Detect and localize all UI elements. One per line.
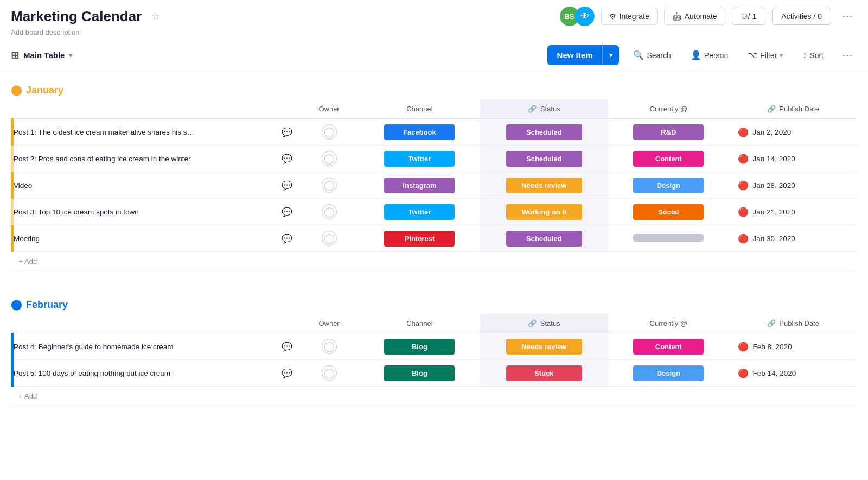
sort-icon: ↕: [802, 50, 807, 60]
activities-button[interactable]: Activities / 0: [772, 8, 831, 25]
status-badge[interactable]: Stuck: [506, 365, 582, 381]
status-cell[interactable]: Scheduled: [480, 146, 608, 172]
currently-badge[interactable]: Design: [633, 178, 704, 193]
status-badge[interactable]: Needs review: [506, 178, 582, 193]
status-badge[interactable]: Scheduled: [506, 151, 582, 167]
owner-avatar[interactable]: ◯: [322, 231, 337, 246]
channel-badge[interactable]: Twitter: [384, 151, 455, 167]
group-january-icon: ⬤: [11, 84, 22, 96]
owner-avatar[interactable]: ◯: [322, 151, 337, 166]
channel-cell[interactable]: Blog: [359, 360, 480, 387]
owner-cell[interactable]: ◯: [299, 360, 359, 387]
row-name-text: Post 1: The oldest ice cream maker alive…: [14, 128, 277, 136]
channel-cell[interactable]: Pinterest: [359, 225, 480, 252]
status-cell[interactable]: Working on it: [480, 199, 608, 225]
more-options-button[interactable]: ⋯: [838, 8, 857, 25]
filter-chevron-icon: ▾: [780, 52, 783, 59]
channel-badge[interactable]: Facebook: [384, 124, 455, 140]
board-title: Marketing Calendar: [11, 8, 142, 25]
status-cell[interactable]: Needs review: [480, 172, 608, 199]
new-item-button[interactable]: New Item ▾: [547, 45, 620, 65]
automate-button[interactable]: 🤖 Automate: [664, 8, 725, 25]
new-item-arrow-icon[interactable]: ▾: [602, 46, 619, 65]
status-badge[interactable]: Scheduled: [506, 231, 582, 247]
table-row: Video 💬 ◯InstagramNeeds reviewDesign 🔴 J…: [12, 172, 858, 199]
status-badge[interactable]: Scheduled: [506, 124, 582, 140]
currently-badge[interactable]: Content: [633, 339, 704, 355]
owner-avatar[interactable]: ◯: [322, 204, 337, 219]
currently-cell[interactable]: Design: [608, 360, 729, 387]
channel-badge[interactable]: Pinterest: [384, 231, 455, 247]
owner-avatar[interactable]: ◯: [322, 178, 337, 193]
publish-date-cell: 🔴 Jan 14, 2020: [729, 146, 857, 172]
comment-icon[interactable]: 💬: [282, 127, 292, 137]
integrate-button[interactable]: ⚙ Integrate: [601, 8, 658, 25]
owner-cell[interactable]: ◯: [299, 146, 359, 172]
status-link-icon-feb: 🔗: [528, 319, 537, 327]
filter-button[interactable]: ⌥ Filter ▾: [742, 47, 788, 64]
comment-icon[interactable]: 💬: [282, 180, 292, 191]
col-header-currently-feb: Currently @: [608, 314, 729, 333]
currently-badge[interactable]: R&D: [633, 124, 704, 140]
currently-badge[interactable]: Content: [633, 151, 704, 167]
status-cell[interactable]: Scheduled: [480, 119, 608, 146]
comment-icon[interactable]: 💬: [282, 154, 292, 164]
owner-cell[interactable]: ◯: [299, 119, 359, 146]
name-cell: Meeting 💬: [12, 225, 299, 252]
person-button[interactable]: 👤 Person: [685, 47, 733, 64]
top-bar: Marketing Calendar ☆ BS 👁 ⚙ Integrate 🤖 …: [0, 0, 868, 26]
channel-badge[interactable]: Blog: [384, 339, 455, 355]
owner-cell[interactable]: ◯: [299, 225, 359, 252]
channel-cell[interactable]: Facebook: [359, 119, 480, 146]
members-button[interactable]: ⚇/ 1: [732, 8, 766, 25]
currently-badge[interactable]: [633, 234, 704, 242]
comment-icon[interactable]: 💬: [282, 233, 292, 244]
currently-badge[interactable]: Social: [633, 204, 704, 220]
owner-cell[interactable]: ◯: [299, 172, 359, 199]
name-cell: Post 1: The oldest ice cream maker alive…: [12, 119, 299, 146]
comment-icon[interactable]: 💬: [282, 342, 292, 352]
toolbar-more-button[interactable]: ⋯: [838, 47, 857, 64]
channel-badge[interactable]: Instagram: [384, 178, 455, 193]
add-item-button[interactable]: + Add: [12, 252, 858, 271]
channel-badge[interactable]: Twitter: [384, 204, 455, 220]
status-cell[interactable]: Stuck: [480, 360, 608, 387]
table-selector[interactable]: ⊞ Main Table ▾: [11, 49, 72, 61]
group-january: ⬤ January Owner Channel 🔗 Status Current…: [0, 79, 868, 271]
add-item-button[interactable]: + Add: [12, 387, 858, 406]
table-row: Meeting 💬 ◯PinterestScheduled 🔴 Jan 30, …: [12, 225, 858, 252]
status-badge[interactable]: Needs review: [506, 339, 582, 355]
comment-icon[interactable]: 💬: [282, 207, 292, 217]
group-january-name: January: [26, 85, 63, 96]
status-cell[interactable]: Scheduled: [480, 225, 608, 252]
owner-avatar[interactable]: ◯: [322, 124, 337, 140]
currently-cell[interactable]: [608, 225, 729, 252]
currently-cell[interactable]: Content: [608, 146, 729, 172]
owner-avatar[interactable]: ◯: [322, 339, 337, 354]
currently-cell[interactable]: Content: [608, 333, 729, 360]
add-row[interactable]: + Add: [12, 387, 858, 406]
comment-icon[interactable]: 💬: [282, 368, 292, 378]
currently-cell[interactable]: Social: [608, 199, 729, 225]
channel-cell[interactable]: Instagram: [359, 172, 480, 199]
owner-cell[interactable]: ◯: [299, 333, 359, 360]
owner-cell[interactable]: ◯: [299, 199, 359, 225]
currently-cell[interactable]: R&D: [608, 119, 729, 146]
owner-avatar[interactable]: ◯: [322, 365, 337, 381]
currently-cell[interactable]: Design: [608, 172, 729, 199]
currently-badge[interactable]: Design: [633, 365, 704, 381]
col-header-channel-feb: Channel: [359, 314, 480, 333]
add-row[interactable]: + Add: [12, 252, 858, 271]
publish-date-cell: 🔴 Feb 14, 2020: [729, 360, 857, 387]
sort-button[interactable]: ↕ Sort: [797, 47, 829, 64]
board-description[interactable]: Add board description: [0, 26, 868, 41]
status-cell[interactable]: Needs review: [480, 333, 608, 360]
channel-badge[interactable]: Blog: [384, 365, 455, 381]
favorite-icon[interactable]: ☆: [151, 10, 160, 22]
channel-cell[interactable]: Blog: [359, 333, 480, 360]
search-button[interactable]: 🔍 Search: [628, 47, 676, 64]
channel-cell[interactable]: Twitter: [359, 146, 480, 172]
status-badge[interactable]: Working on it: [506, 204, 582, 220]
channel-cell[interactable]: Twitter: [359, 199, 480, 225]
publish-date-text: Feb 14, 2020: [753, 369, 796, 377]
